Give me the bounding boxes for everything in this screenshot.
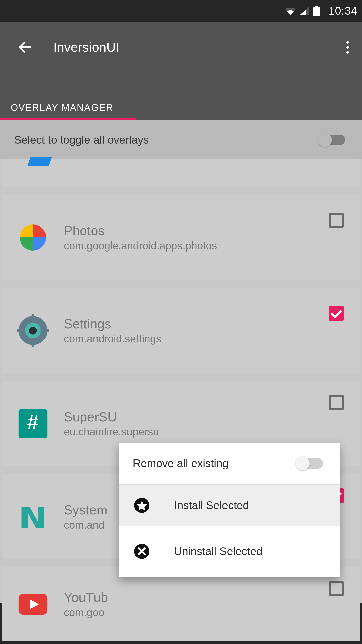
tab-overlay-manager[interactable]: OVERLAY MANAGER bbox=[0, 95, 124, 120]
toggle-all-label: Select to toggle all overlays bbox=[14, 134, 149, 146]
app-name: Settings bbox=[64, 316, 161, 331]
popup-remove-label: Remove all existing bbox=[133, 457, 229, 470]
popup-remove-switch[interactable] bbox=[297, 457, 326, 470]
star-circle-icon bbox=[133, 496, 151, 514]
app-header: InversionUI OVERLAY MANAGER bbox=[0, 22, 362, 120]
battery-icon bbox=[313, 6, 321, 16]
svg-rect-8 bbox=[45, 329, 49, 332]
app-package: eu.chainfire.supersu bbox=[64, 426, 159, 438]
switch-thumb bbox=[296, 456, 310, 470]
list-item[interactable]: YouTub com.goo bbox=[2, 567, 360, 641]
dot-icon bbox=[346, 41, 349, 44]
popup-remove-row: Remove all existing bbox=[119, 443, 340, 485]
svg-rect-5 bbox=[32, 314, 34, 319]
switch-thumb bbox=[318, 133, 332, 147]
svg-rect-0 bbox=[315, 6, 318, 7]
android-n-icon bbox=[14, 498, 52, 536]
svg-text:#: # bbox=[27, 411, 39, 434]
svg-rect-6 bbox=[32, 342, 34, 347]
overflow-menu-button[interactable] bbox=[339, 37, 356, 57]
arrow-left-icon bbox=[17, 40, 32, 54]
back-button[interactable] bbox=[15, 37, 34, 57]
app-name: System bbox=[64, 502, 107, 517]
app-text: SuperSU eu.chainfire.supersu bbox=[64, 409, 159, 438]
tab-indicator bbox=[0, 118, 136, 120]
settings-icon bbox=[14, 312, 52, 349]
supersu-icon: # bbox=[14, 405, 52, 442]
list-item[interactable]: Photos com.google.android.apps.photos bbox=[2, 195, 360, 280]
action-popup: Remove all existing Install Selected Uni… bbox=[119, 443, 340, 577]
x-circle-icon bbox=[133, 542, 151, 560]
svg-point-4 bbox=[29, 327, 37, 334]
checkbox[interactable] bbox=[329, 213, 344, 228]
dot-icon bbox=[346, 46, 349, 49]
uninstall-selected-button[interactable]: Uninstall Selected bbox=[119, 526, 340, 577]
app-name: SuperSU bbox=[64, 409, 159, 424]
app-text: YouTub com.goo bbox=[64, 590, 108, 619]
photos-icon bbox=[14, 219, 52, 256]
svg-rect-1 bbox=[313, 7, 320, 16]
status-icons: 10:34 bbox=[285, 5, 357, 17]
app-text: Settings com.android.settings bbox=[64, 316, 161, 345]
list-item[interactable]: Settings com.android.settings bbox=[2, 288, 360, 373]
app-text: Photos com.google.android.apps.photos bbox=[64, 223, 217, 252]
install-selected-label: Install Selected bbox=[174, 499, 249, 512]
app-icon bbox=[28, 157, 52, 166]
overlay-list: Photos com.google.android.apps.photos Se… bbox=[0, 159, 362, 603]
app-package: com.google.android.apps.photos bbox=[64, 240, 217, 252]
app-name: YouTub bbox=[64, 590, 108, 605]
youtube-icon bbox=[14, 585, 52, 623]
list-item[interactable] bbox=[2, 159, 360, 187]
checkbox[interactable] bbox=[329, 306, 344, 321]
app-title: InversionUI bbox=[53, 39, 119, 55]
app-bar: InversionUI bbox=[0, 22, 362, 72]
svg-rect-7 bbox=[17, 329, 21, 332]
app-package: com.goo bbox=[64, 607, 108, 619]
toggle-all-row: Select to toggle all overlays bbox=[0, 120, 362, 159]
dot-icon bbox=[346, 51, 349, 54]
install-selected-button[interactable]: Install Selected bbox=[119, 485, 340, 526]
app-name: Photos bbox=[64, 223, 217, 238]
status-bar: 10:34 bbox=[0, 0, 362, 22]
checkbox[interactable] bbox=[329, 581, 344, 596]
wifi-icon bbox=[285, 6, 296, 15]
app-package: com.android.settings bbox=[64, 333, 161, 345]
uninstall-selected-label: Uninstall Selected bbox=[174, 545, 262, 558]
tab-row: OVERLAY MANAGER bbox=[0, 95, 362, 120]
app-text: System com.and bbox=[64, 502, 107, 531]
app-package: com.and bbox=[64, 519, 107, 531]
status-time: 10:34 bbox=[329, 5, 357, 17]
cell-signal-icon bbox=[299, 6, 309, 15]
checkbox[interactable] bbox=[329, 395, 344, 410]
toggle-all-switch[interactable] bbox=[319, 133, 348, 147]
